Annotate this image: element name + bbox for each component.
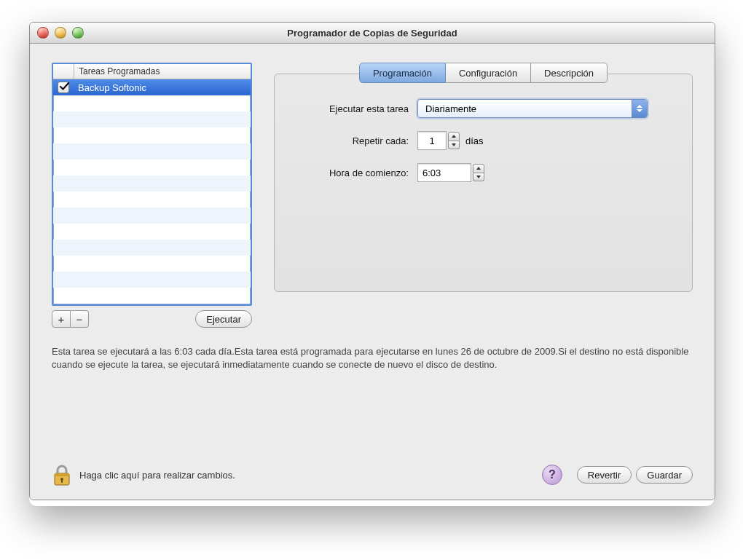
zoom-icon[interactable] [72,27,84,39]
tabs: Programación Configuración Descripción [274,63,693,83]
save-button[interactable]: Guardar [636,466,693,484]
scheduled-tasks-list[interactable]: Tareas Programadas [52,63,252,306]
lock-icon [52,463,72,486]
run-task-label: Ejecutar esta tarea [292,103,417,114]
tab-programacion[interactable]: Programación [359,63,446,83]
add-task-button[interactable]: + [52,310,71,328]
list-header-label: Tareas Programadas [74,66,251,76]
run-button[interactable]: Ejecutar [195,310,252,328]
task-checkbox[interactable] [58,82,69,93]
close-icon[interactable] [37,27,49,39]
select-arrows-icon [632,100,647,117]
start-time-label: Hora de comienzo: [292,167,417,178]
window-title: Programador de Copias de Seguridad [30,28,715,39]
lock-text: Haga clic aquí para realizar cambios. [79,470,235,481]
lock-button[interactable]: Haga clic aquí para realizar cambios. [52,463,235,486]
remove-task-button[interactable]: − [71,310,89,328]
run-task-select[interactable]: Diariamente [417,99,648,118]
list-item[interactable]: Backup Softonic [53,79,251,95]
minimize-icon[interactable] [55,27,66,39]
task-label: Backup Softonic [74,82,251,93]
start-time-stepper[interactable] [473,164,484,181]
tab-configuracion[interactable]: Configuración [446,63,531,83]
help-button[interactable]: ? [542,465,562,485]
run-task-value: Diariamente [425,103,476,114]
revert-button[interactable]: Revertir [577,466,632,484]
list-header: Tareas Programadas [53,64,251,79]
tab-descripcion[interactable]: Descripción [531,63,608,83]
schedule-description: Esta tarea se ejecutará a las 6:03 cada … [52,345,693,371]
start-time-field[interactable]: 6:03 [417,163,471,182]
window: Programador de Copias de Seguridad Tarea… [29,22,715,500]
repeat-label: Repetir cada: [292,135,417,146]
repeat-value-field[interactable]: 1 [417,131,447,150]
titlebar: Programador de Copias de Seguridad [30,23,715,44]
svg-rect-3 [61,479,63,483]
repeat-unit: días [465,135,484,146]
repeat-stepper[interactable] [448,132,460,149]
svg-rect-1 [55,473,69,476]
tab-panel: Ejecutar esta tarea Diariamente Repetir … [274,74,693,292]
